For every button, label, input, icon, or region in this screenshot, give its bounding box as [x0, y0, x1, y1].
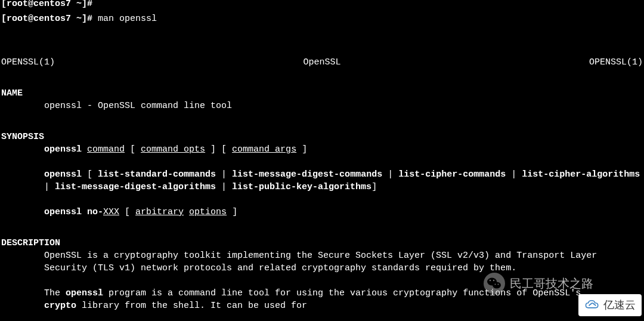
man-header-right: OPENSSL(1): [589, 56, 643, 69]
man-header-row: OPENSSL(1) OpenSSL OPENSSL(1): [1, 56, 643, 69]
cloud-icon: [584, 299, 600, 311]
synopsis-line-2: openssl [ list-standard-commands | list-…: [1, 168, 643, 193]
synopsis-options: options: [189, 207, 227, 217]
blank-line: [1, 156, 643, 168]
desc-text: The: [44, 288, 66, 298]
terminal-output: [root@centos7 ~]# [root@centos7 ~]# man …: [0, 0, 644, 321]
blank-line: [1, 274, 643, 287]
synopsis-openssl: openssl: [44, 144, 82, 155]
list-message-digest-commands: list-message-digest-commands: [232, 169, 382, 180]
synopsis-line-1: openssl command [ command_opts ] [ comma…: [1, 143, 643, 156]
desc-text: library from the shell. It can be used f…: [76, 301, 307, 311]
prev-prompt-line: [root@centos7 ~]#: [1, 0, 643, 10]
list-message-digest-algorithms: list-message-digest-algorithms: [55, 182, 216, 192]
list-cipher-algorithms: list-cipher-algorithms: [522, 169, 640, 180]
blank-line: [1, 112, 643, 125]
man-header-center: OpenSSL: [303, 56, 340, 69]
yisu-watermark-text: 亿速云: [603, 298, 636, 313]
synopsis-command: command: [87, 144, 125, 155]
list-standard-commands: list-standard-commands: [98, 169, 216, 180]
name-line: openssl - OpenSSL command line tool: [1, 100, 643, 112]
blank-line: [1, 312, 643, 321]
shell-prompt: [root@centos7 ~]#: [1, 14, 92, 24]
desc-openssl: openssl: [66, 288, 103, 298]
blank-line: [1, 193, 643, 206]
description-paragraph-1: OpenSSL is a cryptography toolkit implem…: [1, 249, 597, 274]
synopsis-openssl: openssl: [44, 207, 82, 217]
blank-line: [1, 25, 643, 38]
yisu-watermark: 亿速云: [578, 294, 642, 316]
blank-line: [1, 38, 643, 50]
desc-text: program is a command line tool for using…: [103, 288, 581, 298]
section-synopsis-title: SYNOPSIS: [1, 131, 643, 143]
blank-line: [1, 218, 643, 231]
prompt-line: [root@centos7 ~]# man openssl: [1, 13, 643, 25]
section-name-title: NAME: [1, 87, 643, 100]
synopsis-command-args: command_args: [232, 144, 296, 155]
typed-command: man openssl: [92, 14, 157, 24]
blank-line: [1, 69, 643, 81]
desc-crypto: crypto: [44, 301, 76, 311]
man-header-left: OPENSSL(1): [1, 56, 55, 69]
synopsis-xxx: XXX: [103, 207, 119, 217]
list-public-key-algorithms: list-public-key-algorithms: [232, 182, 371, 192]
description-paragraph-2: The openssl program is a command line to…: [1, 287, 609, 312]
section-description-title: DESCRIPTION: [1, 237, 643, 249]
synopsis-line-3: openssl no-XXX [ arbitrary options ]: [1, 206, 643, 218]
list-cipher-commands: list-cipher-commands: [398, 169, 506, 180]
synopsis-no: no-: [87, 207, 103, 217]
synopsis-arbitrary: arbitrary: [135, 207, 184, 217]
prev-prompt: [root@centos7 ~]#: [1, 0, 92, 9]
synopsis-openssl: openssl: [44, 169, 82, 180]
synopsis-command-opts: command_opts: [141, 144, 205, 155]
